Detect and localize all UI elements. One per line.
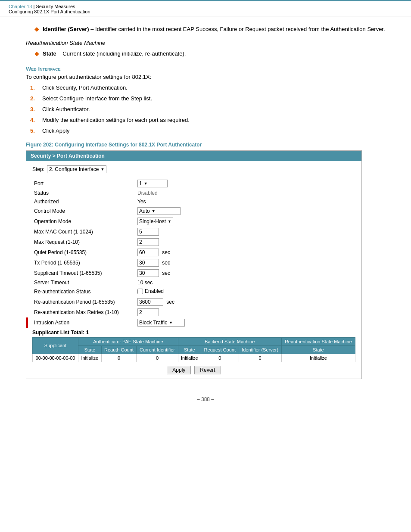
intrusion-action-select[interactable]: Block Traffic ▼ (137, 319, 185, 327)
label-port: Port (32, 178, 136, 189)
value-max-mac (136, 227, 355, 237)
value-tx-period: sec (136, 258, 355, 268)
control-mode-value: Auto (139, 208, 150, 214)
operation-mode-select[interactable]: Single-Host ▼ (137, 218, 173, 225)
cell-be-identifier: 0 (239, 354, 281, 362)
quiet-period-input[interactable] (137, 249, 159, 256)
step-2-num: 2. (30, 95, 42, 102)
subtitle: Configuring 802.1X Port Authentication (9, 9, 402, 14)
supplicant-table: Supplicant Authenticator PAE State Machi… (32, 337, 355, 362)
supplicant-timeout-input[interactable] (137, 269, 159, 277)
value-supplicant-timeout: sec (136, 268, 355, 278)
operation-mode-value: Single-Host (139, 218, 166, 224)
supplicant-title: Supplicant List Total: 1 (32, 330, 355, 336)
reauth-max-retries-input[interactable] (137, 308, 159, 316)
step-dropdown-arrow: ▼ (100, 167, 104, 171)
revert-button[interactable]: Revert (194, 366, 221, 374)
label-supplicant-timeout: Supplicant Timeout (1-65535) (32, 268, 136, 278)
label-operation-mode: Operation Mode (32, 216, 136, 227)
label-control-mode: Control Mode (32, 206, 136, 216)
operation-mode-arrow: ▼ (168, 219, 171, 224)
bullet-identifier-server: ◆ Identifier (Server) – Identifier carri… (26, 25, 385, 34)
th-be-state: State (178, 345, 201, 354)
step-2-text: Select Configure Interface from the Step… (42, 95, 152, 102)
bullet-state: ◆ State – Current state (including initi… (26, 50, 385, 58)
apply-button[interactable]: Apply (167, 366, 191, 374)
field-max-request: Max Request (1-10) (32, 237, 355, 247)
cell-be-request: 0 (201, 354, 239, 362)
value-operation-mode: Single-Host ▼ (136, 216, 355, 227)
max-mac-input[interactable] (137, 228, 159, 236)
cell-be-state: Initialize (178, 354, 201, 362)
label-intrusion-action: Intrusion Action (32, 317, 136, 328)
step-5-num: 5. (30, 128, 42, 134)
label-quiet-period: Quiet Period (1-65535) (32, 247, 136, 258)
form-table: Port 1 ▼ Status Disabled (32, 178, 355, 328)
th-pae-state: State (78, 345, 101, 354)
panel-body: Step: 2. Configure Interface ▼ Port 1 (26, 161, 361, 379)
port-select[interactable]: 1 ▼ (137, 180, 168, 187)
step-3-num: 3. (30, 106, 42, 112)
label-max-mac: Max MAC Count (1-1024) (32, 227, 136, 237)
term-identifier-server: Identifier (Server) (43, 26, 89, 32)
step-4-text: Modify the authentication settings for e… (42, 117, 190, 123)
value-reauth-max-retries (136, 307, 355, 317)
field-reauth-period: Re-authentication Period (1-65535) sec (32, 297, 355, 307)
field-control-mode: Control Mode Auto ▼ (32, 206, 355, 216)
step-1-num: 1. (30, 84, 42, 91)
max-request-input[interactable] (137, 238, 159, 246)
control-mode-select[interactable]: Auto ▼ (137, 207, 181, 215)
reauth-state-machine-label: Reauthentication State Machine (26, 40, 385, 46)
bullet-diamond-1: ◆ (34, 25, 39, 34)
chapter-line: Chapter 13 | Security Measures (9, 4, 402, 9)
tx-period-input[interactable] (137, 259, 159, 267)
value-server-timeout: 10 sec (136, 278, 355, 287)
th-supplicant: Supplicant (33, 337, 78, 354)
ui-panel: Security > Port Authentication Step: 2. … (26, 150, 362, 379)
step-1: 1. Click Security, Port Authentication. (26, 84, 385, 91)
value-quiet-period: sec (136, 247, 355, 258)
reauth-status-checkbox-wrapper: Enabled (137, 288, 164, 294)
reauth-period-input[interactable] (137, 298, 163, 306)
label-max-request: Max Request (1-10) (32, 237, 136, 247)
field-port: Port 1 ▼ (32, 178, 355, 189)
th-auth-pae: Authenticator PAE State Machine (78, 337, 178, 345)
bullet-text-2: State – Current state (including initial… (43, 50, 186, 58)
step-5: 5. Click Apply (26, 128, 385, 134)
supplicant-section: Supplicant List Total: 1 Supplicant Auth… (32, 330, 355, 374)
field-max-mac: Max MAC Count (1-1024) (32, 227, 355, 237)
control-mode-arrow: ▼ (152, 209, 156, 213)
th-reauth-state: State (281, 345, 355, 354)
field-operation-mode: Operation Mode Single-Host ▼ (32, 216, 355, 227)
step-select-value: 2. Configure Interface (49, 166, 99, 172)
bullet-desc-1: – Identifier carried in the most recent … (89, 26, 385, 32)
cell-pae-state: Initialize (78, 354, 101, 362)
th-reauth: Reauthentication State Machine (281, 337, 355, 345)
field-quiet-period: Quiet Period (1-65535) sec (32, 247, 355, 258)
step-3-text: Click Authenticator. (42, 106, 90, 112)
value-control-mode: Auto ▼ (136, 206, 355, 216)
th-be-request: Request Count (201, 345, 239, 354)
label-reauth-period: Re-authentication Period (1-65535) (32, 297, 136, 307)
value-reauth-status: Enabled (136, 287, 355, 297)
th-backend: Backend State Machine (178, 337, 281, 345)
label-tx-period: Tx Period (1-65535) (32, 258, 136, 268)
reauth-status-label: Enabled (145, 288, 164, 294)
field-tx-period: Tx Period (1-65535) sec (32, 258, 355, 268)
value-reauth-period: sec (136, 297, 355, 307)
reauth-status-checkbox[interactable] (137, 289, 143, 294)
step-label: Step: (32, 166, 44, 172)
field-intrusion-action: Intrusion Action Block Traffic ▼ (32, 317, 355, 328)
cell-pae-reauth: 0 (101, 354, 137, 362)
label-status: Status (32, 189, 136, 197)
th-pae-identifier: Current Identifier (137, 345, 178, 354)
step-5-text: Click Apply (42, 128, 70, 134)
step-2: 2. Select Configure Interface from the S… (26, 95, 385, 102)
step-select[interactable]: 2. Configure Interface ▼ (47, 165, 106, 173)
port-dropdown-arrow: ▼ (144, 181, 148, 186)
tx-period-suffix: sec (162, 260, 170, 266)
intrusion-action-value: Block Traffic (139, 320, 167, 326)
value-status: Disabled (136, 189, 355, 197)
cell-reauth-state: Initialize (281, 354, 355, 362)
field-supplicant-timeout: Supplicant Timeout (1-65535) sec (32, 268, 355, 278)
